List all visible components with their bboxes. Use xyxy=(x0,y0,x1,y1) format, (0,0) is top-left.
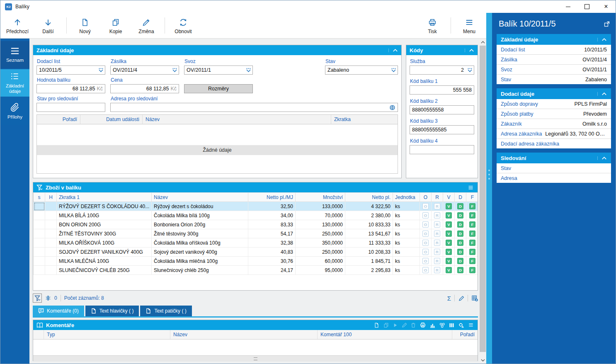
vertical-scrollbar[interactable] xyxy=(479,39,486,364)
goods-cell[interactable]: BON ORION 200G xyxy=(57,220,152,229)
column-header-jednotka[interactable]: Jednotka xyxy=(393,193,420,202)
goods-cell[interactable]: MILKA MLÉČNÁ 100G xyxy=(57,257,152,266)
copy-comment-icon[interactable] xyxy=(383,322,389,328)
goods-cell[interactable]: 70,0000 xyxy=(296,211,345,220)
print-button[interactable]: Tisk xyxy=(417,13,448,38)
column-header-typ[interactable]: Typ xyxy=(44,330,170,339)
goods-cell[interactable]: 32,50 xyxy=(248,202,296,211)
goods-flag-cell[interactable]: R xyxy=(432,257,443,266)
info-section-header[interactable]: Sledování xyxy=(497,153,611,163)
info-row[interactable]: ZásilkaOV/2011/4 xyxy=(497,55,611,65)
info-row[interactable]: Adresa xyxy=(497,173,611,183)
column-header-poradi[interactable]: Pořadí xyxy=(37,115,80,124)
goods-flag-cell[interactable]: V xyxy=(443,202,455,211)
goods-flag-cell[interactable]: D xyxy=(455,229,466,238)
column-header-netto-mj[interactable]: Netto pl./MJ xyxy=(248,193,296,202)
goods-flag-cell[interactable]: R xyxy=(432,238,443,248)
goods-flag-cell[interactable]: R xyxy=(432,266,443,275)
goods-cell[interactable] xyxy=(45,211,57,220)
goods-flag-cell[interactable]: D xyxy=(455,257,466,266)
settings-search-icon[interactable] xyxy=(458,322,464,328)
tab-komentare[interactable]: Komentáře (0) xyxy=(33,306,84,316)
adresa-pro-sledovani-input[interactable] xyxy=(110,103,398,112)
goods-flag-cell[interactable]: V xyxy=(443,248,455,257)
goods-cell[interactable]: 40,83 xyxy=(248,248,296,257)
basic-data-panel-header[interactable]: Základní údaje xyxy=(33,45,401,55)
rozmery-button[interactable]: Rozměry xyxy=(184,84,253,93)
menu-button[interactable]: Menu xyxy=(454,13,485,38)
goods-flag-cell[interactable]: D xyxy=(455,211,466,220)
new-comment-icon[interactable] xyxy=(373,322,380,328)
goods-cell[interactable] xyxy=(45,220,57,229)
sidebar-item-prilohy[interactable]: Přílohy xyxy=(0,97,29,125)
gears-icon[interactable] xyxy=(439,322,445,328)
goods-cell[interactable] xyxy=(34,238,45,248)
goods-cell[interactable]: ks xyxy=(393,211,420,220)
print-comments-icon[interactable] xyxy=(420,322,426,328)
goods-flag-cell[interactable]: O xyxy=(420,266,432,275)
goods-table-row[interactable]: SOJOVÝ DEZERT VANILKOVÝ 400GSojový dezer… xyxy=(34,248,478,257)
column-header-v[interactable]: V xyxy=(443,193,455,202)
column-header-mnozstvi[interactable]: Množství xyxy=(296,193,345,202)
cena-input[interactable]: 68 112,85 Kč xyxy=(110,84,179,93)
goods-cell[interactable]: ks xyxy=(393,266,420,275)
goods-flag-cell[interactable]: F xyxy=(466,202,478,211)
column-header-nazev[interactable]: Název xyxy=(170,330,318,339)
svoz-input[interactable]: OV/2011/1 xyxy=(184,66,253,75)
globe-icon[interactable] xyxy=(388,104,395,111)
goods-cell[interactable]: ks xyxy=(393,220,420,229)
goods-cell[interactable]: Bonboniera Orion 200g xyxy=(152,220,248,229)
goods-cell[interactable]: 13 541,67 xyxy=(345,229,393,238)
kod-baliku-1-input[interactable]: 555 558 xyxy=(410,85,474,95)
goods-cell[interactable]: ks xyxy=(393,202,420,211)
scroll-up-arrow-icon[interactable] xyxy=(479,39,486,46)
goods-flag-cell[interactable]: F xyxy=(466,220,478,229)
add-table-icon[interactable] xyxy=(471,295,478,301)
chart-icon[interactable] xyxy=(429,322,436,328)
goods-flag-cell[interactable]: V xyxy=(443,211,455,220)
info-row[interactable]: Dodací adresa zákazníka xyxy=(497,139,611,148)
column-header-nazev[interactable]: Název xyxy=(143,115,331,124)
goods-table-row[interactable]: BON ORION 200GBonboniera Orion 200g83,33… xyxy=(34,220,478,229)
goods-cell[interactable]: 54,17 xyxy=(248,229,296,238)
minimize-button[interactable] xyxy=(558,0,577,13)
refresh-button[interactable]: Obnovit xyxy=(168,13,199,38)
column-header-f[interactable]: F xyxy=(466,193,478,202)
column-header-h[interactable]: H xyxy=(45,193,57,202)
goods-cell[interactable]: SOJOVÝ DEZERT VANILKOVÝ 400G xyxy=(57,248,152,257)
goods-cell[interactable]: Žitné těstoviny 300g xyxy=(152,229,248,238)
goods-table-row[interactable]: MILKA MLÉČNÁ 100GČokoláda Milka mléčná 1… xyxy=(34,257,478,266)
goods-cell[interactable]: ks xyxy=(393,257,420,266)
goods-flag-cell[interactable]: O xyxy=(420,211,432,220)
dropdown-icon[interactable] xyxy=(171,68,177,72)
goods-flag-cell[interactable]: O xyxy=(420,202,432,211)
goods-flag-cell[interactable]: O xyxy=(420,229,432,238)
goods-table-row[interactable]: ŽITNÉ TĚSTOVINY 300GŽitné těstoviny 300g… xyxy=(34,229,478,238)
snowflake-icon[interactable] xyxy=(45,295,51,301)
column-header-netto[interactable]: Netto pl. xyxy=(345,193,393,202)
goods-cell[interactable]: ks xyxy=(393,248,420,257)
goods-flag-cell[interactable]: F xyxy=(466,257,478,266)
delete-comment-icon[interactable] xyxy=(410,322,416,328)
goods-flag-cell[interactable]: D xyxy=(455,266,466,275)
goods-cell[interactable]: ŽITNÉ TĚSTOVINY 300G xyxy=(57,229,152,238)
open-in-window-icon[interactable] xyxy=(604,21,610,27)
next-button[interactable]: Další xyxy=(33,13,63,38)
edit-comment-icon[interactable] xyxy=(401,322,407,328)
column-header-komentar[interactable]: Komentář 100 xyxy=(318,330,452,339)
goods-cell[interactable]: 10 833,33 xyxy=(345,220,393,229)
goods-flag-cell[interactable]: F xyxy=(466,211,478,220)
goods-cell[interactable]: 10 208,33 xyxy=(345,248,393,257)
tab-text-hlavicky[interactable]: Text hlavičky ( ) xyxy=(85,306,139,316)
goods-cell[interactable]: 4 322,50 xyxy=(345,202,393,211)
goods-cell[interactable] xyxy=(34,202,45,211)
collapse-chevron-icon[interactable] xyxy=(465,49,474,52)
comments-menu-icon[interactable] xyxy=(468,322,474,328)
goods-cell[interactable] xyxy=(34,211,45,220)
column-header-poradi[interactable]: Pořadí xyxy=(452,330,478,339)
goods-flag-cell[interactable]: D xyxy=(455,202,466,211)
goods-cell[interactable] xyxy=(34,257,45,266)
goods-flag-cell[interactable]: D xyxy=(455,238,466,248)
goods-cell[interactable]: 133,0000 xyxy=(296,202,345,211)
goods-flag-cell[interactable]: V xyxy=(443,238,455,248)
